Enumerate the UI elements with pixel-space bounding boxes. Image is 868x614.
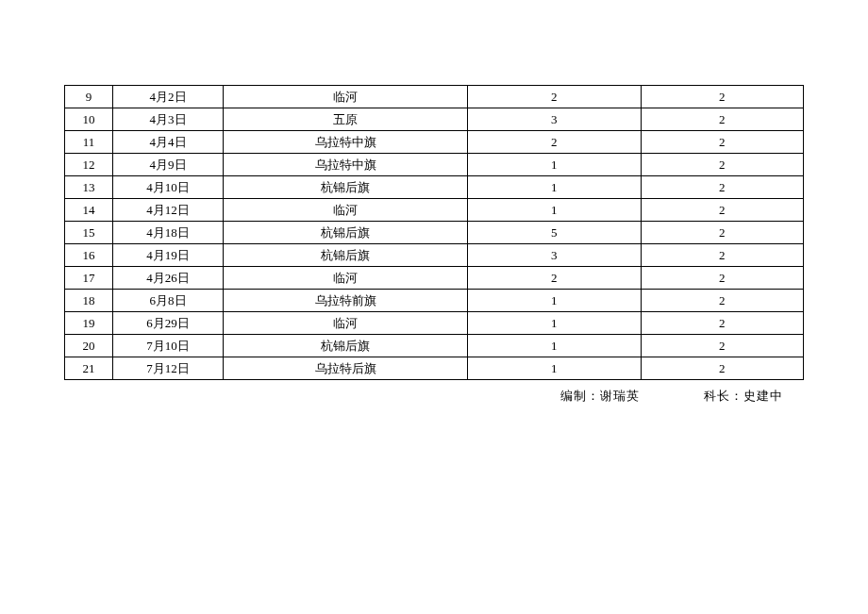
cell-v2: 2 bbox=[641, 199, 803, 222]
cell-date: 4月3日 bbox=[112, 108, 223, 131]
data-table: 94月2日临河22104月3日五原32114月4日乌拉特中旗22124月9日乌拉… bbox=[64, 85, 804, 380]
cell-v2: 2 bbox=[641, 357, 803, 380]
cell-idx: 18 bbox=[65, 290, 113, 312]
cell-v1: 1 bbox=[467, 290, 641, 312]
cell-date: 7月10日 bbox=[112, 335, 223, 357]
cell-location: 乌拉特中旗 bbox=[224, 131, 467, 154]
cell-v1: 1 bbox=[467, 335, 641, 357]
cell-date: 4月19日 bbox=[112, 244, 223, 267]
cell-v2: 2 bbox=[641, 176, 803, 199]
cell-idx: 19 bbox=[65, 312, 113, 335]
cell-v1: 2 bbox=[467, 267, 641, 290]
cell-v1: 1 bbox=[467, 199, 641, 222]
cell-v1: 2 bbox=[467, 86, 641, 108]
cell-location: 杭锦后旗 bbox=[224, 222, 467, 244]
cell-v2: 2 bbox=[641, 335, 803, 357]
cell-v1: 1 bbox=[467, 312, 641, 335]
table-row: 154月18日杭锦后旗52 bbox=[65, 222, 804, 244]
table-row: 196月29日临河12 bbox=[65, 312, 804, 335]
table-body: 94月2日临河22104月3日五原32114月4日乌拉特中旗22124月9日乌拉… bbox=[65, 86, 804, 380]
table-row: 217月12日乌拉特后旗12 bbox=[65, 357, 804, 380]
cell-date: 4月10日 bbox=[112, 176, 223, 199]
cell-v2: 2 bbox=[641, 86, 803, 108]
cell-v1: 2 bbox=[467, 131, 641, 154]
cell-idx: 13 bbox=[65, 176, 113, 199]
table-row: 104月3日五原32 bbox=[65, 108, 804, 131]
table-row: 164月19日杭锦后旗32 bbox=[65, 244, 804, 267]
cell-v2: 2 bbox=[641, 267, 803, 290]
cell-v2: 2 bbox=[641, 312, 803, 335]
table-row: 94月2日临河22 bbox=[65, 86, 804, 108]
compiler-name: 谢瑞英 bbox=[600, 389, 640, 403]
cell-idx: 17 bbox=[65, 267, 113, 290]
cell-location: 临河 bbox=[224, 312, 467, 335]
cell-v1: 5 bbox=[467, 222, 641, 244]
table-row: 207月10日杭锦后旗12 bbox=[65, 335, 804, 357]
cell-v2: 2 bbox=[641, 131, 803, 154]
table-row: 124月9日乌拉特中旗12 bbox=[65, 154, 804, 176]
cell-v2: 2 bbox=[641, 154, 803, 176]
cell-date: 4月9日 bbox=[112, 154, 223, 176]
table-row: 134月10日杭锦后旗12 bbox=[65, 176, 804, 199]
table-row: 174月26日临河22 bbox=[65, 267, 804, 290]
cell-v2: 2 bbox=[641, 244, 803, 267]
cell-idx: 21 bbox=[65, 357, 113, 380]
cell-location: 临河 bbox=[224, 199, 467, 222]
chief-label: 科长： bbox=[704, 389, 743, 403]
cell-v1: 3 bbox=[467, 108, 641, 131]
cell-idx: 14 bbox=[65, 199, 113, 222]
cell-idx: 15 bbox=[65, 222, 113, 244]
cell-idx: 16 bbox=[65, 244, 113, 267]
cell-date: 4月12日 bbox=[112, 199, 223, 222]
cell-date: 7月12日 bbox=[112, 357, 223, 380]
cell-location: 乌拉特后旗 bbox=[224, 357, 467, 380]
cell-date: 6月8日 bbox=[112, 290, 223, 312]
cell-location: 临河 bbox=[224, 86, 467, 108]
table-row: 186月8日乌拉特前旗12 bbox=[65, 290, 804, 312]
compiler-label: 编制： bbox=[560, 389, 600, 403]
cell-location: 杭锦后旗 bbox=[224, 244, 467, 267]
cell-location: 杭锦后旗 bbox=[224, 335, 467, 357]
cell-idx: 20 bbox=[65, 335, 113, 357]
cell-idx: 9 bbox=[65, 86, 113, 108]
cell-idx: 10 bbox=[65, 108, 113, 131]
table-row: 114月4日乌拉特中旗22 bbox=[65, 131, 804, 154]
cell-v1: 1 bbox=[467, 357, 641, 380]
cell-date: 4月18日 bbox=[112, 222, 223, 244]
chief-name: 史建中 bbox=[743, 389, 783, 403]
cell-v1: 1 bbox=[467, 176, 641, 199]
cell-location: 乌拉特前旗 bbox=[224, 290, 467, 312]
cell-idx: 11 bbox=[65, 131, 113, 154]
cell-v2: 2 bbox=[641, 108, 803, 131]
cell-v2: 2 bbox=[641, 222, 803, 244]
cell-location: 五原 bbox=[224, 108, 467, 131]
footer-line: 编制：谢瑞英 科长：史建中 bbox=[64, 388, 804, 405]
cell-location: 临河 bbox=[224, 267, 467, 290]
cell-v1: 1 bbox=[467, 154, 641, 176]
cell-date: 4月2日 bbox=[112, 86, 223, 108]
table-row: 144月12日临河12 bbox=[65, 199, 804, 222]
cell-date: 4月26日 bbox=[112, 267, 223, 290]
cell-idx: 12 bbox=[65, 154, 113, 176]
cell-v2: 2 bbox=[641, 290, 803, 312]
cell-date: 4月4日 bbox=[112, 131, 223, 154]
cell-location: 乌拉特中旗 bbox=[224, 154, 467, 176]
cell-location: 杭锦后旗 bbox=[224, 176, 467, 199]
cell-date: 6月29日 bbox=[112, 312, 223, 335]
cell-v1: 3 bbox=[467, 244, 641, 267]
